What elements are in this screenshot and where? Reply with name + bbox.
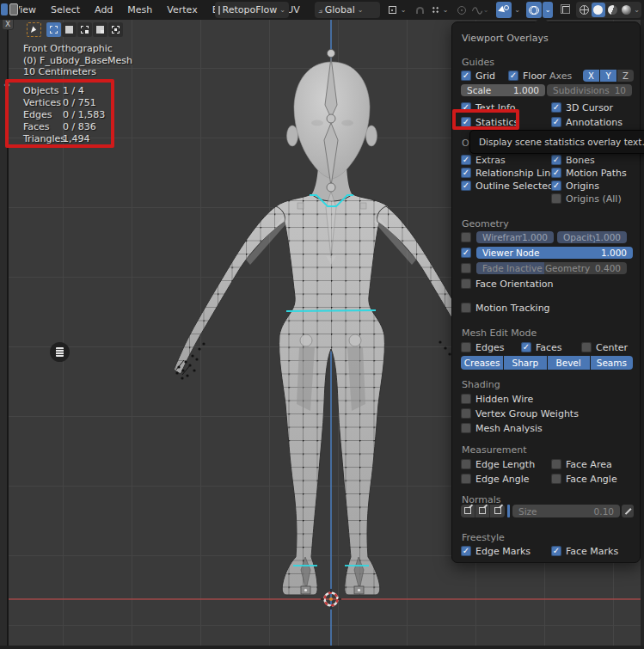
overlays-popover-chevron-icon[interactable]: ⌄ bbox=[543, 2, 553, 18]
constant-screen-size-button[interactable] bbox=[622, 505, 634, 517]
checkbox-icon[interactable] bbox=[551, 181, 561, 191]
menu-add[interactable]: Add bbox=[95, 4, 113, 15]
checkbox-icon[interactable] bbox=[551, 474, 561, 484]
viewport-widget-icon[interactable] bbox=[50, 342, 70, 362]
menu-vertex[interactable]: Vertex bbox=[167, 4, 197, 15]
checkbox-icon[interactable] bbox=[461, 70, 471, 81]
checkbox-icon[interactable] bbox=[508, 70, 518, 81]
shading-rendered-icon[interactable] bbox=[620, 3, 633, 17]
checkbox-wireframe[interactable] bbox=[461, 231, 471, 243]
checkbox-icon[interactable] bbox=[461, 248, 471, 258]
chevron-down-icon[interactable]: ⌄ bbox=[512, 2, 522, 18]
checkbox-edge-angle[interactable]: Edge Angle bbox=[461, 473, 529, 485]
checkbox-icon[interactable] bbox=[461, 181, 471, 191]
fade-inactive-slider[interactable]: Fade Inactive Geometry0.400 bbox=[476, 262, 627, 274]
checkbox-face-marks[interactable]: Face Marks bbox=[551, 545, 618, 557]
checkbox-icon[interactable] bbox=[581, 342, 592, 352]
checkbox-icon[interactable] bbox=[461, 263, 471, 273]
checkbox-icon[interactable] bbox=[461, 155, 471, 165]
axis-z-button[interactable]: Z bbox=[617, 70, 634, 82]
axis-x-button[interactable]: X bbox=[583, 70, 599, 82]
select-set-button[interactable] bbox=[46, 22, 61, 37]
shading-solid-icon[interactable] bbox=[592, 3, 604, 17]
checkbox-origins-all[interactable]: Origins (All) bbox=[551, 193, 622, 205]
creases-button[interactable]: Creases bbox=[461, 356, 503, 370]
axis-y-button[interactable]: Y bbox=[600, 70, 616, 82]
shading-material-icon[interactable] bbox=[606, 3, 619, 17]
checkbox-icon[interactable] bbox=[551, 193, 561, 204]
chevron-down-icon[interactable]: ⌄ bbox=[481, 2, 490, 18]
checkbox-viewer-node[interactable] bbox=[461, 247, 471, 259]
menu-select[interactable]: Select bbox=[51, 4, 80, 15]
retopoflow-menu[interactable]: RetopoFlow ⌄ bbox=[215, 2, 289, 18]
checkbox-statistics[interactable]: Statistics bbox=[461, 116, 518, 128]
checkbox-icon[interactable] bbox=[461, 423, 471, 433]
xray-toggle-icon[interactable] bbox=[558, 2, 573, 18]
checkbox-icon[interactable] bbox=[551, 546, 561, 556]
checkbox-center[interactable]: Center bbox=[581, 341, 628, 353]
tweak-tool-button[interactable] bbox=[27, 22, 41, 37]
chevron-down-icon[interactable]: ⌄ bbox=[441, 2, 450, 18]
checkbox-edge-length[interactable]: Edge Length bbox=[461, 458, 535, 470]
select-intersect-button[interactable] bbox=[108, 22, 123, 37]
sharp-button[interactable]: Sharp bbox=[504, 356, 546, 370]
checkbox-icon[interactable] bbox=[551, 102, 561, 113]
checkbox-text-info[interactable]: Text Info bbox=[461, 101, 516, 113]
checkbox-grid[interactable]: Grid bbox=[461, 70, 495, 82]
sidebar-toggle-arrows[interactable]: ‹› bbox=[3, 80, 10, 89]
checkbox-icon[interactable] bbox=[461, 102, 471, 113]
opacity-slider[interactable]: Opacity1.000 bbox=[557, 231, 627, 243]
checkbox-faces[interactable]: Faces bbox=[521, 341, 562, 353]
seams-button[interactable]: Seams bbox=[591, 356, 633, 370]
chevron-down-icon[interactable]: ⌄ bbox=[399, 2, 408, 18]
pivot-point-icon[interactable] bbox=[384, 2, 400, 18]
transform-orientation-dropdown[interactable]: ⟓ Global ⌄ bbox=[315, 2, 380, 18]
checkbox-outline-selected[interactable]: Outline Selected bbox=[461, 180, 554, 192]
checkbox-icon[interactable] bbox=[461, 342, 471, 352]
checkbox-relationship-lines[interactable]: Relationship Lines bbox=[461, 167, 561, 179]
checkbox-face-orientation[interactable]: Face Orientation bbox=[461, 278, 553, 290]
checkbox-icon[interactable] bbox=[551, 117, 561, 127]
checkbox-motion-paths[interactable]: Motion Paths bbox=[551, 167, 627, 179]
checkbox-floor[interactable]: Floor bbox=[508, 70, 546, 82]
grid-subdivisions-slider[interactable]: Subdivisions10 bbox=[547, 84, 632, 96]
snap-magnet-icon[interactable] bbox=[412, 2, 427, 18]
checkbox-icon[interactable] bbox=[461, 408, 471, 419]
checkbox-icon[interactable] bbox=[461, 232, 471, 242]
checkbox-annotations[interactable]: Annotations bbox=[551, 116, 623, 128]
checkbox-edges[interactable]: Edges bbox=[461, 341, 504, 353]
checkbox-origins[interactable]: Origins bbox=[551, 180, 599, 192]
checkbox-extras[interactable]: Extras bbox=[461, 154, 506, 166]
checkbox-icon[interactable] bbox=[461, 279, 471, 289]
checkbox-mesh-analysis[interactable]: Mesh Analysis bbox=[461, 422, 543, 434]
shading-wireframe-icon[interactable] bbox=[578, 3, 591, 17]
checkbox-icon[interactable] bbox=[461, 474, 471, 484]
checkbox-icon[interactable] bbox=[551, 155, 561, 165]
checkbox-bones[interactable]: Bones bbox=[551, 154, 595, 166]
proportional-editing-icon[interactable] bbox=[454, 2, 469, 18]
checkbox-icon[interactable] bbox=[551, 168, 561, 178]
checkbox-vertex-group-weights[interactable]: Vertex Group Weights bbox=[461, 407, 579, 419]
checkbox-fade-inactive[interactable] bbox=[461, 262, 471, 274]
checkbox-icon[interactable] bbox=[461, 394, 471, 404]
checkbox-face-area[interactable]: Face Area bbox=[551, 458, 612, 470]
split-normals-icon[interactable] bbox=[475, 505, 490, 517]
show-gizmo-icon[interactable] bbox=[496, 2, 512, 18]
checkbox-motion-tracking[interactable]: Motion Tracking bbox=[461, 302, 550, 314]
vertex-normals-icon[interactable] bbox=[461, 505, 475, 517]
checkbox-icon[interactable] bbox=[461, 303, 471, 313]
checkbox-3d-cursor[interactable]: 3D Cursor bbox=[551, 101, 613, 113]
checkbox-hidden-wire[interactable]: Hidden Wire bbox=[461, 393, 533, 405]
checkbox-face-angle[interactable]: Face Angle bbox=[551, 473, 617, 485]
checkbox-icon[interactable] bbox=[461, 168, 471, 178]
bevel-button[interactable]: Bevel bbox=[548, 356, 590, 370]
wireframe-slider[interactable]: Wireframe1.000 bbox=[476, 231, 554, 243]
select-invert-button[interactable] bbox=[93, 22, 107, 37]
select-subtract-button[interactable] bbox=[77, 22, 92, 37]
menu-mesh[interactable]: Mesh bbox=[127, 4, 152, 15]
normals-size-slider[interactable]: Size0.10 bbox=[512, 505, 620, 517]
checkbox-icon[interactable] bbox=[521, 342, 531, 352]
checkbox-icon[interactable] bbox=[461, 459, 471, 469]
viewer-node-slider[interactable]: Viewer Node1.000 bbox=[476, 247, 633, 259]
checkbox-icon[interactable] bbox=[461, 117, 471, 127]
